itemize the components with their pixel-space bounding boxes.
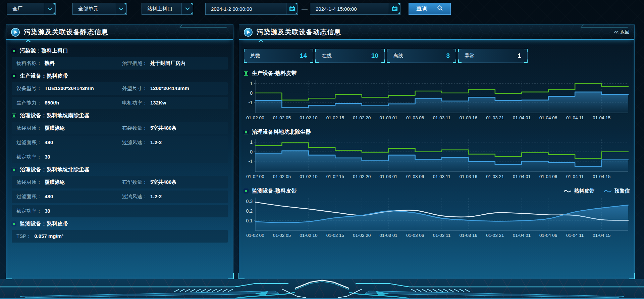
corner-bracket bbox=[387, 59, 390, 63]
green-square-icon bbox=[12, 222, 16, 226]
svg-text:01-03 06: 01-03 06 bbox=[406, 174, 424, 179]
svg-text:01-02 10: 01-02 10 bbox=[300, 174, 317, 179]
info-row: 过滤面积：480过滤风速：1.2-2 bbox=[12, 136, 228, 149]
static-info-panel: 污染源及关联设备静态信息 污染源：熟料上料口物料名称：熟料治理措施：处于封闭厂房… bbox=[6, 25, 233, 279]
field-value: 覆膜涤纶 bbox=[45, 125, 65, 131]
date-to-input[interactable]: 2024-1-4 15:00:00 bbox=[310, 3, 400, 15]
svg-text:01-02 15: 01-02 15 bbox=[326, 233, 344, 238]
field-value: 30 bbox=[45, 208, 50, 214]
svg-text:0: 0 bbox=[250, 90, 253, 96]
info-pair: 布袋数量：5室共480条 bbox=[122, 125, 228, 131]
footer-decoration bbox=[0, 279, 644, 299]
section-title: 治理设备：熟料地坑南除尘器 bbox=[20, 112, 90, 119]
field-label: 外型尺寸： bbox=[122, 85, 147, 92]
calendar-icon[interactable] bbox=[389, 3, 400, 14]
svg-text:01-03 21: 01-03 21 bbox=[486, 233, 504, 238]
svg-text:-1: -1 bbox=[249, 159, 253, 164]
field-label: 滤袋材质： bbox=[16, 125, 42, 131]
field-label: 布华数量： bbox=[122, 179, 147, 185]
chevron-down-icon[interactable] bbox=[44, 3, 55, 14]
chart2-title-row: 治理设备料地坑北除尘器 bbox=[244, 129, 630, 136]
corner-bracket bbox=[244, 49, 247, 52]
field-value: 1200*204143mm bbox=[150, 85, 189, 91]
date-range-separator: — bbox=[302, 3, 308, 15]
static-info-header: 污染源及关联设备静态信息 bbox=[6, 25, 233, 40]
stat-value: 14 bbox=[300, 52, 307, 59]
topbar: 全厂 全部单元 熟料上料口 2024-1-2 00:00:00 bbox=[0, 0, 644, 17]
stat-card-离线: 离线3 bbox=[387, 49, 456, 63]
info-pair: 治理措施：处于封闭厂房内 bbox=[122, 60, 228, 67]
play-icon bbox=[244, 28, 253, 37]
info-row: TSP：0.057 mg/m³ bbox=[12, 230, 228, 243]
field-value: 5室共480条 bbox=[150, 125, 176, 131]
field-label: 额定功率： bbox=[16, 208, 42, 214]
section-header: 污染源：熟料上料口 bbox=[12, 47, 228, 54]
svg-text:01-04 15: 01-04 15 bbox=[593, 115, 610, 120]
info-row: 设备型号：TDB1200*204143mm外型尺寸：1200*204143mm bbox=[12, 82, 228, 95]
svg-text:0.3: 0.3 bbox=[246, 199, 253, 204]
chart3-title-row: 监测设备-熟料皮带 熟料皮带 预警信 bbox=[244, 187, 630, 195]
svg-text:01-03 16: 01-03 16 bbox=[460, 174, 477, 179]
field-value: 650t/h bbox=[45, 100, 59, 105]
field-label: 电机功率： bbox=[122, 100, 147, 106]
info-pair: 过滤面积：480 bbox=[16, 139, 122, 146]
corner-bracket bbox=[524, 49, 528, 52]
info-pair: 滤袋材质：覆膜涤纶 bbox=[16, 125, 122, 131]
chevron-down-icon[interactable] bbox=[115, 3, 126, 14]
info-pair: 外型尺寸：1200*204143mm bbox=[122, 85, 228, 92]
svg-text:01-02 15: 01-02 15 bbox=[326, 115, 344, 120]
svg-text:01-04 06: 01-04 06 bbox=[539, 233, 557, 238]
stat-label: 异常 bbox=[465, 53, 475, 59]
info-pair: 电机功率：132Kw bbox=[122, 100, 228, 106]
green-square-icon bbox=[244, 189, 248, 193]
corner-bracket bbox=[315, 59, 319, 63]
field-value: 1.2-2 bbox=[150, 139, 162, 145]
svg-text:01-04 01: 01-04 01 bbox=[513, 174, 531, 179]
select-unit[interactable]: 全部单元 bbox=[72, 3, 127, 15]
info-pair: 布华数量：5室共480条 bbox=[122, 179, 228, 185]
stat-card-在线: 在线10 bbox=[315, 49, 385, 63]
date-from-input[interactable]: 2024-1-2 00:00:00 bbox=[205, 3, 298, 15]
select-source[interactable]: 熟料上料口 bbox=[142, 3, 193, 15]
field-value: 480 bbox=[45, 139, 53, 145]
svg-text:01-04 11: 01-04 11 bbox=[566, 115, 584, 120]
field-label: 治理措施： bbox=[122, 60, 147, 67]
stat-label: 总数 bbox=[250, 53, 260, 59]
corner-bracket bbox=[453, 49, 456, 52]
calendar-icon[interactable] bbox=[286, 3, 298, 14]
info-pair: 过滤面积：480 bbox=[16, 194, 122, 200]
corner-bracket bbox=[453, 59, 456, 63]
static-info-title: 污染源及关联设备静态信息 bbox=[24, 28, 108, 37]
stat-card-异常: 异常1 bbox=[458, 49, 528, 63]
field-label: 滤袋材质： bbox=[16, 179, 42, 185]
corner-bracket bbox=[381, 59, 385, 63]
chart1-title-row: 生产设备-熟料皮带 bbox=[244, 70, 630, 77]
svg-text:01-02 10: 01-02 10 bbox=[300, 115, 317, 120]
info-pair: 滤袋材质：覆膜涤纶 bbox=[16, 179, 122, 185]
search-button[interactable]: 查询 bbox=[409, 3, 451, 15]
svg-text:01-04 11: 01-04 11 bbox=[566, 233, 584, 238]
svg-text:01-02 20: 01-02 20 bbox=[353, 115, 371, 120]
device-stats-row: 总数14在线10离线3异常1 bbox=[244, 49, 630, 63]
legend-item: 熟料皮带 bbox=[564, 188, 594, 194]
section-header: 治理设备：熟料地坑北除尘器 bbox=[12, 166, 228, 173]
svg-text:01-03 21: 01-03 21 bbox=[486, 174, 504, 179]
play-icon bbox=[11, 28, 20, 37]
svg-text:0.2: 0.2 bbox=[246, 208, 253, 214]
chart3-legend: 熟料皮带 预警信 bbox=[564, 188, 630, 194]
dynamic-info-title: 污染源及关联设备动态信息 bbox=[257, 28, 341, 37]
svg-text:01-03 06: 01-03 06 bbox=[406, 233, 424, 238]
svg-text:01-03 11: 01-03 11 bbox=[433, 233, 450, 238]
corner-bracket bbox=[524, 59, 528, 63]
stat-card-总数: 总数14 bbox=[244, 49, 313, 63]
chevron-down-icon[interactable] bbox=[181, 3, 193, 14]
field-value: 1.2-2 bbox=[150, 194, 162, 199]
back-button[interactable]: << 返回 bbox=[614, 29, 630, 35]
svg-text:01-02 20: 01-02 20 bbox=[353, 174, 371, 179]
section-title: 生产设备：熟料皮带 bbox=[20, 73, 68, 80]
section-title: 污染源：熟料上料口 bbox=[20, 47, 68, 54]
select-plant[interactable]: 全厂 bbox=[7, 3, 56, 15]
info-row: 生产能力：650t/h电机功率：132Kw bbox=[12, 97, 228, 109]
field-value: TDB1200*204143mm bbox=[45, 85, 94, 91]
info-pair: 额定功率：30 bbox=[16, 154, 122, 160]
